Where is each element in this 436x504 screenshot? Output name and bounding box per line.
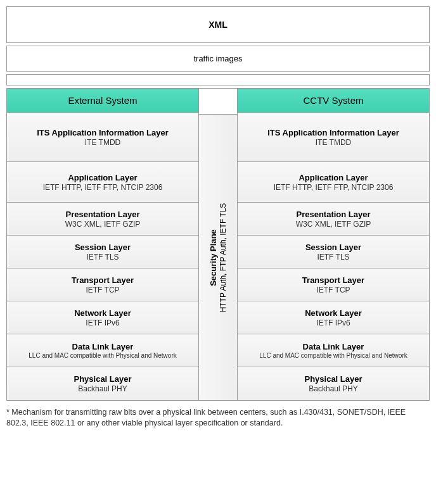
layer-title: Data Link Layer bbox=[10, 342, 196, 351]
traffic-images-label: traffic images bbox=[193, 54, 242, 63]
external-system-column: External System ITS Application Informat… bbox=[7, 89, 199, 400]
layer-sub: IETF IPv6 bbox=[240, 318, 426, 327]
layer-sub: IETF HTTP, IETF FTP, NTCIP 2306 bbox=[240, 183, 426, 192]
external-system-header-label: External System bbox=[68, 95, 137, 106]
layer-application: Application Layer IETF HTTP, IETF FTP, N… bbox=[237, 162, 429, 203]
layer-sub: IETF TLS bbox=[240, 253, 426, 261]
xml-label: XML bbox=[208, 20, 228, 30]
layer-sub: IETF HTTP, IETF FTP, NTCIP 2306 bbox=[10, 183, 196, 192]
footnote: * Mechanism for transmitting raw bits ov… bbox=[6, 407, 430, 429]
layer-title: Physical Layer bbox=[10, 374, 196, 384]
layer-title: ITS Application Information Layer bbox=[10, 128, 196, 137]
layer-sub: IETF IPv6 bbox=[10, 318, 196, 327]
layer-sub: IETF TCP bbox=[240, 286, 426, 294]
layer-network: Network Layer IETF IPv6 bbox=[7, 301, 199, 334]
cctv-system-column: CCTV System ITS Application Information … bbox=[237, 89, 429, 400]
security-plane-body: Security Plane HTTP Auth, FTP Auth, IETF… bbox=[199, 115, 237, 400]
layer-title: Network Layer bbox=[240, 308, 426, 318]
security-plane-title: Security Plane bbox=[208, 203, 219, 312]
layer-title: Data Link Layer bbox=[240, 342, 426, 351]
layer-physical: Physical Layer Backhaul PHY bbox=[237, 367, 429, 400]
layer-sub: LLC and MAC compatible with Physical and… bbox=[10, 352, 196, 359]
layer-presentation: Presentation Layer W3C XML, IETF GZIP bbox=[237, 203, 429, 236]
layer-data-link: Data Link Layer LLC and MAC compatible w… bbox=[7, 334, 199, 367]
layer-title: Presentation Layer bbox=[10, 210, 196, 219]
cctv-system-header: CCTV System bbox=[237, 89, 429, 113]
layer-title: Session Layer bbox=[10, 243, 196, 252]
layer-application: Application Layer IETF HTTP, IETF FTP, N… bbox=[7, 162, 199, 203]
security-plane-column: Security Plane HTTP Auth, FTP Auth, IETF… bbox=[199, 89, 237, 400]
layer-title: Application Layer bbox=[10, 173, 196, 182]
xml-row: XML bbox=[6, 6, 430, 43]
layer-title: ITS Application Information Layer bbox=[240, 128, 426, 137]
external-system-header: External System bbox=[7, 89, 199, 113]
layer-transport: Transport Layer IETF TCP bbox=[7, 268, 199, 301]
layer-sub: W3C XML, IETF GZIP bbox=[240, 220, 426, 229]
layer-session: Session Layer IETF TLS bbox=[7, 236, 199, 268]
layer-sub: ITE TMDD bbox=[10, 138, 196, 147]
stack-grid: External System ITS Application Informat… bbox=[6, 88, 430, 401]
layer-network: Network Layer IETF IPv6 bbox=[237, 301, 429, 334]
layer-physical: Physical Layer Backhaul PHY bbox=[7, 367, 199, 400]
layer-presentation: Presentation Layer W3C XML, IETF GZIP bbox=[7, 203, 199, 236]
layer-sub: LLC and MAC compatible with Physical and… bbox=[240, 352, 426, 359]
layer-sub: IETF TLS bbox=[10, 253, 196, 261]
layer-title: Physical Layer bbox=[240, 374, 426, 384]
security-plane-text: Security Plane HTTP Auth, FTP Auth, IETF… bbox=[208, 203, 228, 312]
cctv-system-header-label: CCTV System bbox=[303, 95, 363, 106]
security-plane-header-gap bbox=[199, 89, 237, 115]
layer-sub: Backhaul PHY bbox=[240, 384, 426, 393]
layer-title: Transport Layer bbox=[240, 275, 426, 285]
layer-sub: W3C XML, IETF GZIP bbox=[10, 220, 196, 229]
spacer-row bbox=[6, 74, 430, 85]
security-plane-sub: HTTP Auth, FTP Auth, IETF TLS bbox=[219, 203, 228, 312]
layer-transport: Transport Layer IETF TCP bbox=[237, 268, 429, 301]
layer-title: Transport Layer bbox=[10, 275, 196, 285]
layer-title: Session Layer bbox=[240, 243, 426, 252]
layer-its-app-info: ITS Application Information Layer ITE TM… bbox=[237, 113, 429, 162]
layer-its-app-info: ITS Application Information Layer ITE TM… bbox=[7, 113, 199, 162]
layer-title: Presentation Layer bbox=[240, 210, 426, 219]
footnote-text: * Mechanism for transmitting raw bits ov… bbox=[6, 408, 406, 427]
layer-session: Session Layer IETF TLS bbox=[237, 236, 429, 268]
traffic-images-row: traffic images bbox=[6, 46, 430, 72]
layer-sub: ITE TMDD bbox=[240, 138, 426, 147]
layer-sub: Backhaul PHY bbox=[10, 384, 196, 393]
layer-title: Application Layer bbox=[240, 173, 426, 182]
layer-title: Network Layer bbox=[10, 308, 196, 318]
layer-sub: IETF TCP bbox=[10, 286, 196, 294]
layer-data-link: Data Link Layer LLC and MAC compatible w… bbox=[237, 334, 429, 367]
